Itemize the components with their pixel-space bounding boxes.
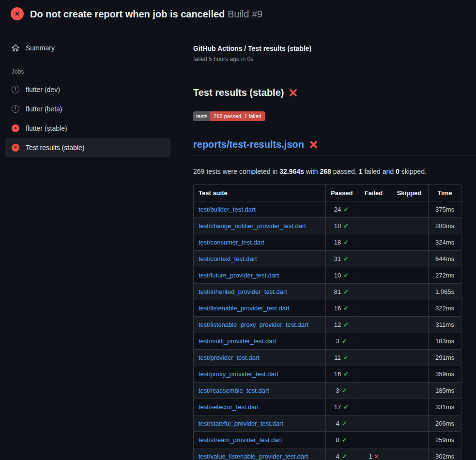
- skipped-count: [390, 366, 429, 383]
- summary-text: passed,: [331, 168, 359, 175]
- summary-text: 269 tests were completed in: [193, 168, 279, 175]
- test-suite-link[interactable]: test/stream_provider_test.dart: [199, 436, 282, 444]
- sidebar-item-flutter-beta[interactable]: ! flutter (beta): [5, 99, 170, 119]
- sidebar-item-flutter-stable[interactable]: × flutter (stable): [5, 119, 170, 138]
- time-value: 280ms: [429, 218, 461, 234]
- passed-count: 11: [334, 354, 341, 361]
- passed-count: 12: [334, 321, 341, 328]
- summary-skipped-count: 0: [396, 168, 399, 175]
- test-suite-link[interactable]: test/selector_test.dart: [199, 403, 259, 411]
- skipped-count: [390, 284, 429, 300]
- test-suite-link[interactable]: test/future_provider_test.dart: [199, 272, 279, 279]
- summary-passed-count: 268: [320, 168, 331, 175]
- check-icon: ✓: [342, 387, 347, 394]
- sidebar-summary-label: Summary: [26, 43, 55, 53]
- time-value: 185ms: [429, 383, 461, 399]
- jobs-section-label: Jobs: [5, 68, 170, 75]
- test-suite-link[interactable]: test/builder_test.dart: [199, 206, 256, 213]
- time-value: 272ms: [429, 267, 461, 284]
- summary-failed-count: 1: [359, 168, 363, 175]
- check-icon: ✓: [342, 420, 347, 427]
- time-value: 331ms: [429, 399, 461, 415]
- passed-count: 16: [334, 370, 341, 378]
- skipped-count: [390, 218, 429, 234]
- check-icon: ✓: [343, 255, 349, 262]
- test-suite-link[interactable]: test/listenable_provider_test.dart: [199, 305, 290, 312]
- test-suite-link[interactable]: test/listenable_proxy_provider_test.dart: [199, 321, 308, 328]
- table-header-row: Test suite Passed Failed Skipped Time: [194, 185, 461, 201]
- job-label: flutter (dev): [26, 85, 60, 94]
- test-suite-link[interactable]: test/inherited_provider_test.dart: [199, 288, 287, 295]
- table-row: test/multi_provider_test.dart3✓183ms: [194, 333, 461, 350]
- check-run-name: Do not create report when job is cancell…: [30, 9, 225, 19]
- cancelled-status-icon: !: [12, 105, 19, 113]
- sidebar-item-summary[interactable]: Summary: [5, 38, 170, 58]
- check-icon: ✓: [343, 288, 349, 295]
- passed-count: 24: [334, 206, 341, 213]
- skipped-count: [390, 399, 429, 415]
- check-icon: ✓: [343, 354, 349, 361]
- check-icon: ✓: [342, 337, 347, 345]
- passed-count: 8: [336, 436, 339, 444]
- time-value: 375ms: [429, 201, 461, 218]
- failed-status-icon: ×: [11, 7, 24, 20]
- table-row: test/builder_test.dart24✓375ms: [194, 201, 461, 218]
- failed-count: 1: [369, 453, 372, 460]
- badge-value: 268 passed, 1 failed: [210, 111, 264, 121]
- cancelled-status-icon: !: [12, 86, 19, 93]
- summary-line: 269 tests were completed in 32.964s with…: [193, 168, 476, 175]
- skipped-count: [390, 350, 429, 366]
- header-divider: [193, 73, 476, 73]
- test-suite-link[interactable]: test/proxy_provider_test.dart: [199, 370, 278, 378]
- time-value: 1.065s: [429, 284, 461, 300]
- summary-text: skipped.: [399, 168, 427, 175]
- table-row: test/provider_test.dart11✓291ms: [194, 350, 461, 366]
- test-suite-link[interactable]: test/context_test.dart: [199, 255, 257, 262]
- results-table-body: test/builder_test.dart24✓375mstest/chang…: [194, 201, 461, 460]
- column-header-test-suite: Test suite: [194, 185, 326, 201]
- passed-count: 31: [334, 255, 341, 262]
- sidebar-item-test-results-stable[interactable]: × Test results (stable): [5, 138, 170, 157]
- job-label: flutter (beta): [26, 104, 62, 114]
- sidebar-item-flutter-dev[interactable]: ! flutter (dev): [5, 80, 170, 99]
- job-label: Test results (stable): [26, 143, 84, 153]
- skipped-count: [390, 415, 429, 432]
- time-value: 183ms: [429, 333, 461, 350]
- table-row: test/stateful_provider_test.dart4✓206ms: [194, 415, 461, 432]
- table-row: test/consumer_test.dart18✓324ms: [194, 234, 461, 251]
- time-value: 359ms: [429, 366, 461, 383]
- check-icon: ✓: [342, 453, 347, 460]
- test-suite-link[interactable]: test/reassemble_test.dart: [199, 387, 269, 394]
- check-icon: ✓: [343, 321, 349, 328]
- section-title: Test results (stable): [193, 87, 476, 98]
- badge-label: tests: [193, 111, 210, 121]
- test-suite-link[interactable]: test/multi_provider_test.dart: [199, 337, 276, 345]
- check-run-header: × Do not create report when job is cance…: [0, 0, 476, 27]
- test-suite-link[interactable]: test/consumer_test.dart: [199, 239, 264, 246]
- job-label: flutter (stable): [26, 123, 67, 133]
- test-suite-link[interactable]: test/stateful_provider_test.dart: [199, 420, 283, 427]
- test-suite-link[interactable]: test/provider_test.dart: [199, 354, 260, 361]
- passed-count: 4: [336, 420, 339, 427]
- test-suite-link[interactable]: test/value_listenable_provider_test.dart: [199, 453, 308, 460]
- test-suite-link[interactable]: test/change_notifier_provider_test.dart: [199, 222, 306, 230]
- time-value: 259ms: [429, 432, 461, 448]
- table-row: test/context_test.dart31✓644ms: [194, 251, 461, 267]
- column-header-skipped: Skipped: [390, 185, 429, 201]
- skipped-count: [390, 432, 429, 448]
- table-row: test/reassemble_test.dart3✓185ms: [194, 383, 461, 399]
- passed-count: 3: [336, 387, 339, 394]
- table-row: test/inherited_provider_test.dart81✓1.06…: [194, 284, 461, 300]
- column-header-time: Time: [429, 185, 461, 201]
- breadcrumb: GitHub Actions / Test results (stable): [193, 45, 476, 52]
- table-row: test/listenable_proxy_provider_test.dart…: [194, 317, 461, 333]
- skipped-count: [390, 448, 429, 460]
- time-value: 322ms: [429, 300, 461, 317]
- summary-duration: 32.964s: [279, 168, 304, 175]
- passed-count: 10: [334, 222, 341, 230]
- summary-text: failed and: [363, 168, 396, 175]
- skipped-count: [390, 201, 429, 218]
- report-title-link[interactable]: reports/test-results.json: [193, 139, 476, 156]
- failed-x-icon: [309, 140, 318, 149]
- check-icon: ✓: [343, 305, 349, 312]
